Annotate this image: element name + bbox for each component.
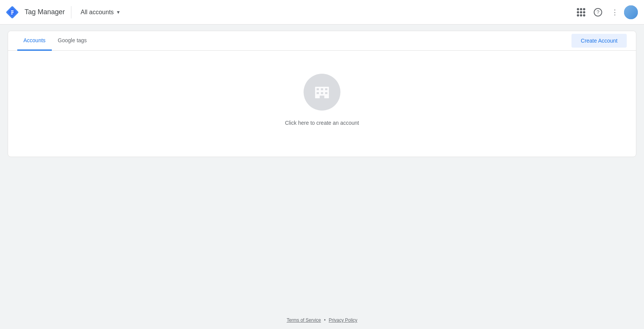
terms-of-service-link[interactable]: Terms of Service: [287, 317, 321, 323]
more-icon: ⋮: [611, 8, 619, 17]
all-accounts-label: All accounts: [81, 9, 114, 16]
accounts-card: Accounts Google tags Create Account C: [8, 31, 636, 157]
help-button[interactable]: ?: [590, 5, 606, 20]
all-accounts-button[interactable]: All accounts ▼: [78, 7, 124, 17]
app-name: Tag Manager: [25, 8, 65, 16]
grid-icon: [577, 8, 585, 17]
more-options-button[interactable]: ⋮: [607, 5, 623, 20]
header-divider: [71, 6, 71, 18]
avatar-image: [624, 5, 638, 19]
tab-google-tags[interactable]: Google tags: [52, 31, 93, 51]
header-left: Tag Manager All accounts ▼: [6, 6, 573, 18]
empty-state[interactable]: Click here to create an account: [8, 51, 636, 157]
dropdown-arrow-icon: ▼: [116, 10, 121, 15]
svg-rect-3: [317, 88, 319, 90]
header: Tag Manager All accounts ▼ ?: [0, 0, 644, 25]
header-right: ? ⋮: [573, 5, 638, 20]
empty-state-text: Click here to create an account: [285, 120, 359, 126]
privacy-policy-link[interactable]: Privacy Policy: [329, 317, 357, 323]
svg-rect-9: [320, 96, 324, 98]
svg-rect-6: [317, 92, 319, 94]
svg-rect-7: [321, 92, 323, 94]
card-header: Accounts Google tags Create Account: [8, 31, 636, 51]
svg-rect-5: [325, 88, 327, 90]
footer-separator: •: [324, 317, 325, 323]
logo-container[interactable]: [6, 6, 18, 18]
tab-accounts[interactable]: Accounts: [17, 31, 52, 51]
footer: Terms of Service • Privacy Policy: [0, 311, 644, 329]
empty-state-icon-circle: [304, 74, 340, 111]
apps-button[interactable]: [573, 5, 589, 20]
tabs-container: Accounts Google tags: [17, 31, 93, 50]
help-icon: ?: [594, 8, 602, 17]
user-avatar[interactable]: [624, 5, 638, 19]
svg-rect-8: [325, 92, 327, 94]
tag-manager-logo: [6, 6, 18, 18]
main-content: Accounts Google tags Create Account C: [0, 25, 644, 157]
create-account-button[interactable]: Create Account: [571, 34, 627, 48]
svg-rect-4: [321, 88, 323, 90]
building-icon: [313, 83, 331, 101]
